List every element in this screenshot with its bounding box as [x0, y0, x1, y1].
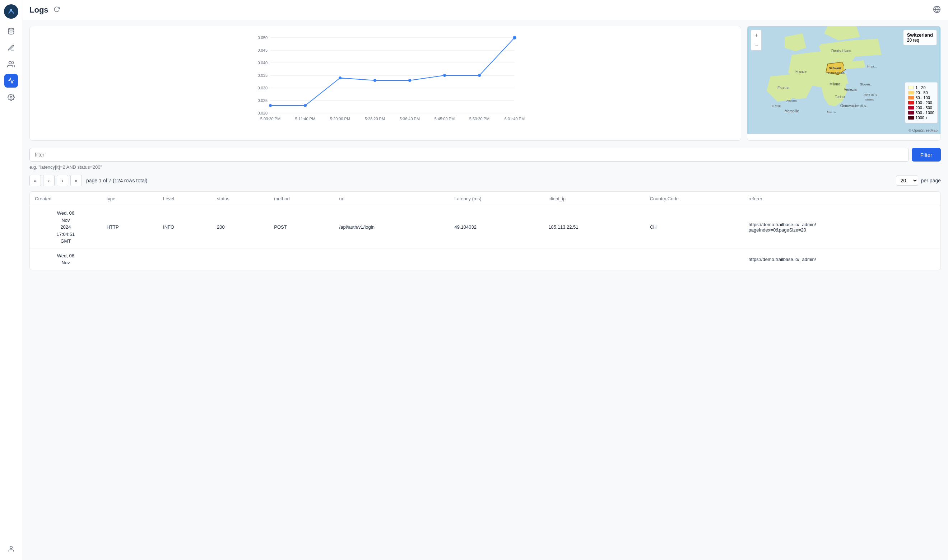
svg-point-1	[10, 9, 12, 11]
sidebar-item-users[interactable]	[4, 57, 18, 71]
svg-text:Genova: Genova	[840, 104, 853, 108]
charts-row: 0.050 0.045 0.040 0.035 0.030 0.025 0.02…	[29, 26, 941, 141]
col-latency: Latency (ms)	[449, 192, 543, 206]
filter-button[interactable]: Filter	[912, 148, 941, 162]
svg-point-2	[8, 28, 14, 30]
chart-dot-2	[339, 77, 342, 79]
per-page-select[interactable]: 20 50 100	[896, 175, 918, 186]
map-zoom-out[interactable]: −	[751, 40, 761, 50]
svg-point-0	[6, 6, 16, 17]
cell-type-0: HTTP	[102, 206, 158, 249]
map-tooltip: Switzerland 20 req	[903, 30, 937, 45]
svg-text:Mar.co: Mar.co	[827, 111, 836, 114]
map-zoom-in[interactable]: +	[751, 30, 761, 40]
svg-text:Schweiz: Schweiz	[829, 66, 842, 70]
chart-dot-5	[443, 74, 446, 77]
svg-text:Andorra: Andorra	[786, 99, 797, 102]
col-status: status	[212, 192, 269, 206]
svg-text:Espana: Espana	[777, 86, 789, 90]
chart-dot-1	[304, 104, 307, 107]
svg-text:Città di S.: Città di S.	[863, 93, 878, 97]
svg-text:Suisse/Svizz...: Suisse/Svizz...	[828, 71, 846, 74]
sidebar-item-edit[interactable]	[4, 41, 18, 55]
svg-point-5	[10, 546, 12, 549]
cell-country-1	[645, 248, 744, 270]
svg-text:Venezia: Venezia	[844, 88, 857, 92]
cell-latency-0: 49.104032	[449, 206, 543, 249]
cell-method-1	[269, 248, 334, 270]
cell-created-1: Wed, 06Nov	[30, 248, 102, 270]
cell-url-1	[334, 248, 449, 270]
cell-type-1	[102, 248, 158, 270]
refresh-button[interactable]	[52, 5, 62, 15]
cell-referer-1: https://demo.trailbase.io/_admin/	[744, 248, 940, 270]
svg-text:0.045: 0.045	[257, 48, 268, 52]
cell-level-1	[158, 248, 212, 270]
svg-text:5:45:00 PM: 5:45:00 PM	[434, 117, 455, 121]
svg-text:0.020: 0.020	[257, 111, 268, 115]
table-body: Wed, 06Nov202417:04:51GMT HTTP INFO 200 …	[30, 206, 940, 270]
prev-page-button[interactable]: ‹	[43, 175, 55, 186]
globe-icon	[933, 5, 941, 13]
sidebar-item-database[interactable]	[4, 25, 18, 38]
page-title: Logs	[29, 5, 48, 15]
svg-text:la Vella: la Vella	[772, 105, 781, 108]
svg-text:5:03:20 PM: 5:03:20 PM	[260, 117, 280, 121]
sidebar-item-profile[interactable]	[4, 542, 18, 556]
header: Logs	[22, 0, 948, 20]
sidebar-item-settings[interactable]	[4, 91, 18, 104]
map-tooltip-country: Switzerland	[907, 32, 933, 38]
sidebar-item-analytics[interactable]	[4, 74, 18, 88]
chart-dot-6	[478, 74, 481, 77]
col-country-code: Country Code	[645, 192, 744, 206]
cell-client-ip-0: 185.113.22.51	[543, 206, 645, 249]
svg-text:5:28:20 PM: 5:28:20 PM	[365, 117, 385, 121]
svg-text:Citta di S.: Citta di S.	[853, 104, 867, 108]
map-legend: 1 - 20 20 - 50 50 - 100 100 - 200 200 - …	[905, 82, 937, 123]
cell-country-0: CH	[645, 206, 744, 249]
cell-latency-1	[449, 248, 543, 270]
map-zoom-controls[interactable]: + −	[751, 30, 762, 51]
chart-dot-7	[513, 36, 516, 40]
chart-dot-3	[374, 79, 376, 82]
svg-text:Sloven...: Sloven...	[860, 83, 873, 86]
cell-method-0: POST	[269, 206, 334, 249]
per-page-label: per page	[921, 178, 941, 183]
cell-client-ip-1	[543, 248, 645, 270]
svg-text:Milano: Milano	[830, 82, 840, 86]
main-content: Logs	[22, 0, 948, 560]
svg-text:0.030: 0.030	[257, 86, 268, 90]
svg-text:Torino: Torino	[835, 95, 845, 99]
table-header: Created type Level status method url Lat…	[30, 192, 940, 206]
filter-input[interactable]	[29, 148, 909, 162]
svg-text:5:11:40 PM: 5:11:40 PM	[295, 117, 315, 121]
cell-created-0: Wed, 06Nov202417:04:51GMT	[30, 206, 102, 249]
chart-line	[270, 38, 515, 106]
app-logo[interactable]	[4, 4, 18, 18]
map-tooltip-requests: 20 req	[907, 38, 933, 43]
chart-dot-4	[408, 79, 411, 82]
last-page-button[interactable]: »	[70, 175, 82, 186]
svg-text:0.035: 0.035	[257, 73, 268, 77]
col-level: Level	[158, 192, 212, 206]
col-method: method	[269, 192, 334, 206]
pagination-row: « ‹ › » page 1 of 7 (124 rows total) 20 …	[29, 175, 941, 186]
next-page-button[interactable]: ›	[57, 175, 68, 186]
first-page-button[interactable]: «	[29, 175, 41, 186]
map-attribution: © OpenStreetMap	[908, 129, 937, 132]
svg-text:Deutschland: Deutschland	[831, 49, 851, 53]
svg-text:Marino: Marino	[865, 98, 874, 101]
table-row: Wed, 06Nov202417:04:51GMT HTTP INFO 200 …	[30, 206, 940, 249]
svg-text:5:20:00 PM: 5:20:00 PM	[330, 117, 350, 121]
cell-status-0: 200	[212, 206, 269, 249]
svg-point-4	[10, 97, 12, 98]
table-row: Wed, 06Nov https://demo.trailbase.io/_ad…	[30, 248, 940, 270]
svg-text:0.040: 0.040	[257, 61, 268, 65]
cell-url-0: /api/auth/v1/login	[334, 206, 449, 249]
col-referer: referer	[744, 192, 940, 206]
sidebar	[0, 0, 22, 560]
chart-dot-0	[269, 104, 272, 107]
content-area: 0.050 0.045 0.040 0.035 0.030 0.025 0.02…	[22, 20, 948, 560]
svg-text:Hrva...: Hrva...	[867, 65, 877, 68]
filter-row: Filter	[29, 148, 941, 162]
